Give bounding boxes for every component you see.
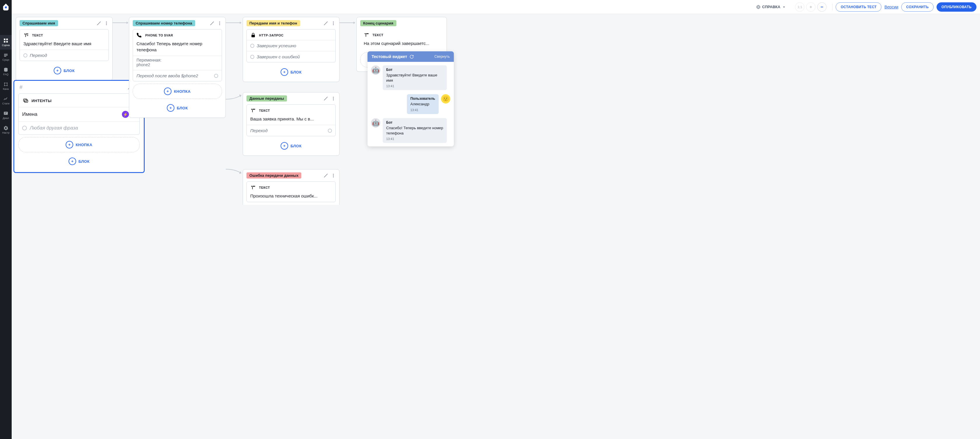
text-block[interactable]: ТЕКСТ Произошла техническая ошибк... <box>247 181 336 202</box>
more-icon[interactable] <box>331 173 336 178</box>
connector-icon[interactable] <box>97 21 101 25</box>
intents-block[interactable]: ИНТЕНТЫ Имена ⚡ Любая другая фраза <box>18 93 140 135</box>
add-block-button[interactable]: БЛОК <box>247 138 336 153</box>
lock-icon <box>250 32 256 38</box>
more-icon[interactable] <box>217 21 222 25</box>
connector-arrow <box>226 166 243 178</box>
block-type-label: HTTP-ЗАПРОС <box>259 33 283 37</box>
sidebar-item-stats[interactable]: Стати <box>0 93 12 108</box>
sender-name: Пользователь <box>410 97 435 101</box>
svg-point-14 <box>106 24 107 25</box>
svg-point-30 <box>333 174 334 175</box>
card-intents[interactable]: # ИНТЕНТЫ Имена ⚡ Любая другая фраза <box>13 80 145 173</box>
add-block-button[interactable]: БЛОК <box>133 101 222 115</box>
svg-point-7 <box>7 83 8 83</box>
http-block[interactable]: HTTP-ЗАПРОС Завершен успешно Завершен с … <box>247 29 336 62</box>
add-block-button[interactable]: БЛОК <box>247 65 336 80</box>
block-type-label: PHONE TO $VAR <box>145 33 173 37</box>
refresh-icon[interactable] <box>409 54 414 59</box>
text-block[interactable]: ТЕКСТ Здравствуйте! Введите ваше имя Пер… <box>19 29 109 61</box>
user-avatar: 🙂 <box>441 94 450 103</box>
success-row[interactable]: Завершен успешно <box>247 40 336 51</box>
error-row[interactable]: Завершен с ошибкой <box>247 51 336 62</box>
more-icon[interactable] <box>331 21 336 25</box>
more-icon[interactable] <box>104 21 109 25</box>
intent-placeholder: Любая другая фраза <box>30 125 136 131</box>
add-block-label: БЛОК <box>177 106 188 110</box>
card-send-error[interactable]: Ошибка передачи данных ТЕКСТ Произошла т… <box>243 169 339 205</box>
svg-rect-1 <box>4 38 5 40</box>
svg-point-22 <box>220 24 220 25</box>
message-bubble: Бот Спасибо! Теперь введите номер телефо… <box>383 118 447 143</box>
connector-arrow <box>226 91 243 102</box>
connector-icon[interactable] <box>210 21 215 25</box>
svg-point-28 <box>333 98 334 99</box>
message-text: Александр <box>410 102 435 107</box>
add-button-button[interactable]: КНОПКА <box>18 137 140 152</box>
bolt-icon: ⚡ <box>122 111 129 118</box>
svg-point-29 <box>333 99 334 100</box>
port[interactable] <box>250 55 255 59</box>
svg-point-27 <box>333 97 334 98</box>
sender-name: Бот <box>386 121 443 124</box>
bot-avatar: 🤖 <box>371 118 380 127</box>
card-ask-phone[interactable]: Спрашиваем номер телефона PHONE TO $VAR … <box>129 17 226 118</box>
block-text: Спасибо! Теперь введите номер телефона <box>133 40 222 56</box>
sidebar-item-scenarios[interactable]: Сцена <box>0 35 12 49</box>
transition-row[interactable]: Переход после ввода $phone2 <box>133 70 222 81</box>
intents-icon <box>23 98 29 103</box>
collapse-button[interactable]: Свернуть <box>434 54 450 59</box>
sidebar-item-settings[interactable]: Настр <box>0 122 12 137</box>
sidebar-item-label: Диал <box>3 117 9 119</box>
connector-icon[interactable] <box>323 21 328 25</box>
sender-name: Бот <box>386 68 443 72</box>
card-ask-name[interactable]: Спрашиваем имя ТЕКСТ Здравствуйте! Введи… <box>16 17 113 81</box>
connector-icon[interactable] <box>323 96 328 101</box>
add-button-label: КНОПКА <box>76 143 92 147</box>
add-block-label: БЛОК <box>64 68 75 73</box>
connector-icon[interactable] <box>323 173 328 178</box>
text-block[interactable]: ТЕКСТ Ваша заявка принята. Мы с в... Пер… <box>247 105 336 136</box>
port[interactable] <box>23 53 27 57</box>
more-icon[interactable] <box>331 96 336 101</box>
transition-row[interactable]: Переход <box>247 125 336 136</box>
test-widget[interactable]: Тестовый виджет Свернуть 🤖 Бот Здравству… <box>368 51 454 146</box>
port[interactable] <box>328 129 332 133</box>
block-text: Ваша заявка принята. Мы с в... <box>247 115 336 125</box>
connector-arrow <box>113 19 129 28</box>
widget-header: Тестовый виджет Свернуть <box>368 51 454 62</box>
message-time: 13:41 <box>386 84 443 88</box>
error-label: Завершен с ошибкой <box>257 54 332 59</box>
app-logo[interactable] <box>0 0 12 14</box>
sidebar-item-faq[interactable]: FAQ <box>0 64 12 79</box>
port[interactable] <box>250 44 255 48</box>
sidebar-item-channels[interactable]: Кана <box>0 79 12 93</box>
add-block-button[interactable]: БЛОК <box>19 63 109 78</box>
port[interactable] <box>214 74 218 78</box>
intent-placeholder-row[interactable]: Любая другая фраза <box>19 121 139 134</box>
text-block[interactable]: ТЕКСТ На этом сценарий завершаетс... <box>360 29 443 49</box>
phone-block[interactable]: PHONE TO $VAR Спасибо! Теперь введите но… <box>133 29 222 81</box>
card-title-hash: # <box>18 84 24 91</box>
card-send-data[interactable]: Передаем имя и телефон HTTP-ЗАПРОС Завер… <box>243 17 339 82</box>
connector-arrow <box>339 19 356 28</box>
card-data-sent[interactable]: Данные переданы ТЕКСТ Ваша заявка принят… <box>243 92 339 156</box>
add-block-button[interactable]: БЛОК <box>18 154 140 169</box>
block-text: Здравствуйте! Введите ваше имя <box>20 40 108 49</box>
add-block-label: БЛОК <box>78 159 89 164</box>
add-button-button[interactable]: КНОПКА <box>133 84 222 99</box>
port[interactable] <box>22 126 27 130</box>
card-title: Конец сценария <box>360 20 396 26</box>
message-row: 🤖 Бот Спасибо! Теперь введите номер теле… <box>371 118 450 143</box>
intent-row[interactable]: Имена ⚡ <box>19 107 139 121</box>
svg-rect-19 <box>24 100 28 102</box>
svg-point-0 <box>5 6 7 8</box>
sidebar-item-label: Кана <box>3 87 9 91</box>
sidebar: Сцена Сущн FAQ Кана Стати Диал Настр <box>0 0 12 205</box>
sidebar-item-entities[interactable]: Сущн <box>0 49 12 64</box>
topbar: СПРАВКА 1:1 ОСТАНОВИТЬ ТЕСТ Версии СОХРА… <box>12 0 457 14</box>
block-type-label: ТЕКСТ <box>32 33 43 37</box>
message-row: Пользователь Александр 13:41 🙂 <box>371 94 450 114</box>
sidebar-item-dialogs[interactable]: Диал <box>0 108 12 122</box>
transition-row[interactable]: Переход <box>20 49 108 60</box>
